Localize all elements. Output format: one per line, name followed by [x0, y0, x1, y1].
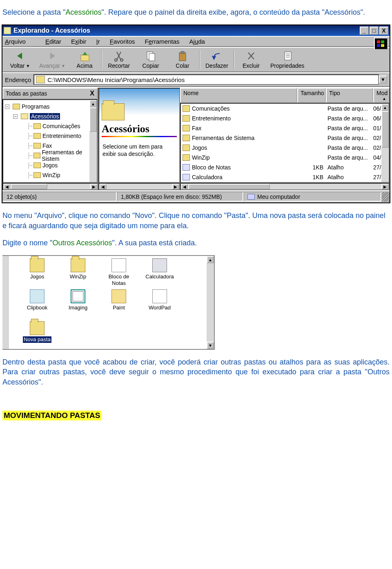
section-heading: MOVIMENTANDO PASTAS — [2, 411, 101, 420]
tree-close-button[interactable]: X — [90, 90, 94, 97]
explorer-icon — [4, 27, 11, 34]
menu-arquivo[interactable]: Arquivo — [5, 38, 36, 45]
tree-item[interactable]: WinZip — [42, 172, 60, 178]
svg-point-5 — [115, 59, 117, 61]
intro-text-b: ". Repare que o painel da direita exibe,… — [102, 8, 365, 16]
iconview-scrollbar[interactable]: ▲ ▼ — [207, 256, 214, 349]
preview-title: Acessórios — [102, 123, 177, 135]
tree-hscroll[interactable]: ◀▶ — [2, 183, 98, 190]
menu-ajuda[interactable]: Ajuda — [189, 38, 205, 45]
tree-item[interactable]: Ferramentas de Sistem — [42, 149, 96, 162]
menu-ir[interactable]: Ir — [96, 38, 100, 45]
scroll-down-button[interactable]: ▼ — [207, 342, 214, 349]
tb-recortar[interactable]: Recortar — [103, 49, 135, 71]
explorer-window: Explorando - Acessórios _ □ X Arquivo Ed… — [2, 24, 390, 203]
expand-icon[interactable]: − — [5, 104, 9, 109]
list-row[interactable]: Ferramentas de SistemaPasta de arqu...02… — [181, 133, 389, 143]
icon-winzip[interactable]: WinZip — [60, 258, 96, 280]
list-row[interactable]: EntretenimentoPasta de arqu...06/ — [181, 113, 389, 123]
address-bar: Endereço C:\WINDOWS\Menu Iniciar\Program… — [2, 72, 390, 87]
list-row[interactable]: ComunicaçõesPasta de arqu...06/ — [181, 104, 389, 113]
preview-hscroll[interactable]: ◀▶ — [98, 183, 180, 190]
col-nome[interactable]: Nome — [180, 88, 297, 103]
list-scrollbar[interactable]: ▲ — [381, 104, 389, 182]
svg-rect-3 — [381, 44, 384, 47]
menu-exibir[interactable]: Exibir — [71, 38, 87, 45]
icon-jogos[interactable]: Jogos — [19, 258, 56, 280]
computer-icon — [247, 194, 255, 200]
icon-paint[interactable]: Paint — [100, 289, 137, 311]
list-row[interactable]: WinZipPasta de arqu...04/ — [181, 153, 389, 162]
list-row[interactable]: Bloco de Notas1KBAtalho27/ — [181, 162, 389, 172]
notepad-icon — [111, 258, 126, 272]
svg-rect-9 — [179, 53, 186, 61]
svg-rect-4 — [81, 55, 89, 61]
tb-acima[interactable]: Acima — [69, 49, 100, 71]
folder-icon — [183, 135, 190, 141]
icon-wordpad[interactable]: WordPad — [141, 289, 178, 311]
col-tamanho[interactable]: Tamanho — [297, 88, 326, 103]
folder-tree[interactable]: −Programas −Acessórios ┊┈Comunicações ┊┈… — [2, 99, 98, 183]
shortcut-icon — [183, 174, 190, 180]
tb-desfazer[interactable]: Desfazer — [201, 49, 233, 71]
list-row[interactable]: JogosPasta de arqu...02/ — [181, 143, 389, 153]
p2: No menu "Arquivo", clique no comando "No… — [0, 211, 392, 231]
address-dropdown-button[interactable]: ▼ — [379, 76, 387, 84]
folder-icon — [36, 76, 45, 83]
tree-item[interactable]: Jogos — [42, 162, 58, 169]
tb-voltar[interactable]: Voltar▼ — [4, 49, 36, 71]
tb-copiar[interactable]: Copiar — [135, 49, 167, 71]
icon-clipbook[interactable]: Clipbook — [19, 289, 56, 311]
list-row[interactable]: FaxPasta de arqu...01/ — [181, 123, 389, 133]
tb-avancar-label: Avançar — [39, 62, 60, 69]
tree-item[interactable]: Comunicações — [42, 123, 80, 129]
address-input[interactable]: C:\WINDOWS\Menu Iniciar\Programas\Acessó… — [33, 74, 379, 85]
icon-imaging[interactable]: Imaging — [60, 289, 96, 311]
icon-calculadora[interactable]: Calculadora — [141, 258, 178, 280]
scroll-up-button[interactable]: ▲ — [381, 104, 389, 111]
preview-folder-icon — [102, 103, 125, 120]
folder-icon — [71, 258, 85, 272]
maximize-button[interactable]: □ — [370, 27, 379, 35]
folder-icon — [183, 105, 190, 112]
titlebar[interactable]: Explorando - Acessórios _ □ X — [2, 25, 390, 36]
menubar: Arquivo Editar Exibir Ir Favoritos Ferra… — [2, 36, 390, 47]
tree-item-programas[interactable]: Programas — [22, 103, 49, 110]
list-row[interactable]: Calculadora1KBAtalho27/ — [181, 172, 389, 182]
icon-bloco[interactable]: Bloco de Notas — [100, 258, 137, 286]
col-tipo[interactable]: Tipo — [326, 88, 373, 103]
col-mod[interactable]: Mod▲ — [373, 88, 390, 103]
expand-icon[interactable]: − — [13, 114, 18, 119]
menu-favoritos[interactable]: Favoritos — [110, 38, 135, 45]
file-list[interactable]: ComunicaçõesPasta de arqu...06/ Entreten… — [180, 103, 390, 183]
list-hscroll[interactable]: ◀▶ — [180, 183, 390, 190]
windows-logo-icon — [374, 38, 388, 50]
iconview-left-scroll[interactable] — [2, 256, 9, 349]
tree-item-acessorios[interactable]: Acessórios — [30, 113, 60, 120]
tb-excluir[interactable]: Excluir — [235, 49, 267, 71]
tree-scrollbar[interactable]: ▲ — [89, 100, 97, 182]
svg-rect-8 — [149, 53, 155, 61]
tb-propriedades[interactable]: Propriedades — [267, 49, 307, 71]
scroll-thumb[interactable] — [89, 107, 97, 132]
resize-grip[interactable] — [381, 192, 390, 202]
menu-editar[interactable]: Editar — [45, 38, 61, 45]
window-title: Explorando - Acessórios — [13, 27, 360, 34]
scroll-thumb[interactable] — [381, 111, 389, 148]
minimize-button[interactable]: _ — [360, 27, 369, 35]
svg-rect-2 — [377, 44, 380, 47]
folder-icon — [33, 143, 41, 149]
scroll-up-button[interactable]: ▲ — [89, 100, 97, 107]
iconview-panel: Jogos WinZip Bloco de Notas Calculadora … — [2, 255, 215, 350]
scroll-up-button[interactable]: ▲ — [207, 256, 214, 263]
tree-item[interactable]: Fax — [42, 142, 52, 149]
toolbar: Voltar▼ Avançar▼ Acima Recortar Copiar C… — [2, 47, 390, 72]
tb-avancar: Avançar▼ — [36, 49, 69, 71]
tree-item[interactable]: Entretenimento — [42, 133, 81, 139]
icon-nova-pasta[interactable]: Nova pasta — [19, 321, 56, 343]
tb-colar[interactable]: Colar — [167, 49, 198, 71]
status-objects: 12 objeto(s) — [2, 192, 117, 202]
menu-ferramentas[interactable]: Ferramentas — [145, 38, 179, 45]
close-button[interactable]: X — [379, 27, 388, 35]
outro: Dentro desta pasta que você acabou de cr… — [0, 357, 392, 387]
